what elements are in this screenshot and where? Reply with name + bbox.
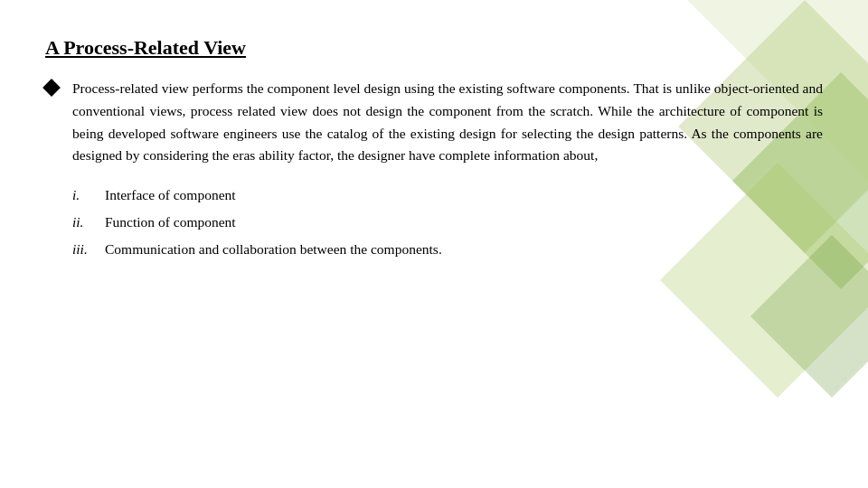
main-bullet: Process-related view performs the compon… [45, 78, 823, 167]
list-item-label: iii. [72, 241, 105, 258]
main-bullet-text: Process-related view performs the compon… [72, 78, 823, 167]
list-item-text: Interface of component [105, 187, 236, 203]
slide-content: A Process-Related View Process-related v… [45, 36, 823, 268]
list-item: i.Interface of component [72, 187, 823, 203]
slide-title: A Process-Related View [45, 36, 823, 60]
list-item: iii.Communication and collaboration betw… [72, 241, 823, 258]
list-section: i.Interface of componentii.Function of c… [72, 187, 823, 268]
slide-container: A Process-Related View Process-related v… [0, 0, 868, 488]
list-item-label: ii. [72, 214, 105, 230]
list-item: ii.Function of component [72, 214, 823, 230]
list-item-label: i. [72, 187, 105, 203]
main-content: Process-related view performs the compon… [45, 78, 823, 268]
bullet-diamond-icon [42, 79, 61, 97]
list-item-text: Function of component [105, 214, 236, 230]
list-item-text: Communication and collaboration between … [105, 241, 442, 258]
